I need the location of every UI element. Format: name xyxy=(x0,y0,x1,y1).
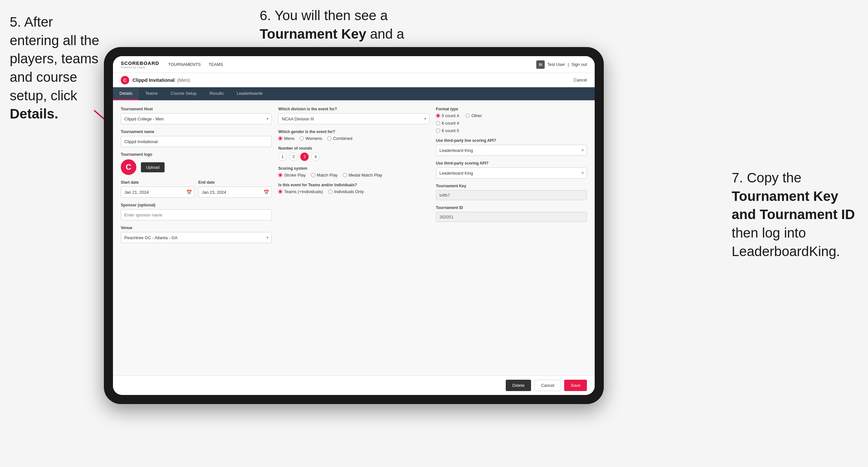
division-label: Which division is the event for? xyxy=(278,107,429,111)
gender-mens-radio[interactable] xyxy=(278,136,282,141)
venue-label: Venue xyxy=(121,225,272,230)
format-6count4[interactable]: 6 count 4 xyxy=(436,121,459,126)
format-group: Format type 5 count 4 Other xyxy=(436,107,587,133)
third-party1-group: Use third-party live scoring API? ✕ xyxy=(436,138,587,156)
gender-label: Which gender is the event for? xyxy=(278,129,429,134)
gender-combined-radio[interactable] xyxy=(327,136,332,141)
form-grid: Tournament Host Clippd College - Men Tou… xyxy=(121,107,587,248)
tournament-id-group: Tournament ID 302051 xyxy=(436,206,587,222)
scoring-radio-group: Stroke Play Match Play Medal Match Play xyxy=(278,173,429,178)
tab-teams[interactable]: Teams xyxy=(139,87,164,100)
sign-out-link[interactable]: Sign out xyxy=(571,62,587,67)
venue-select[interactable]: Peachtree GC - Atlanta - GA xyxy=(121,232,272,243)
third-party1-input[interactable] xyxy=(436,145,587,156)
round-btn-2[interactable]: 2 xyxy=(289,153,298,161)
team-label: Is this event for Teams and/or Individua… xyxy=(278,183,429,187)
tablet-frame: SCOREBOARD Powered by clippd TOURNAMENTS… xyxy=(104,47,604,404)
format-other-radio[interactable] xyxy=(465,114,470,118)
form-col-3: Format type 5 count 4 Other xyxy=(436,107,587,248)
round-btn-1[interactable]: 1 xyxy=(278,153,287,161)
sponsor-input[interactable] xyxy=(121,209,272,220)
division-select[interactable]: NCAA Division III xyxy=(278,113,429,124)
pipe: | xyxy=(568,62,569,67)
form-footer: Delete Cancel Save xyxy=(113,375,595,395)
scoring-stroke[interactable]: Stroke Play xyxy=(278,173,306,178)
upload-button[interactable]: Upload xyxy=(141,162,164,172)
scoring-stroke-radio[interactable] xyxy=(278,173,282,177)
round-btn-3[interactable]: 3 xyxy=(300,153,309,161)
start-date-icon: 📅 xyxy=(186,189,192,195)
tournament-key-label: Tournament Key xyxy=(436,184,587,188)
header-right: SI Test User | Sign out xyxy=(536,60,587,69)
save-button[interactable]: Save xyxy=(564,380,587,391)
tournament-name-label: Tournament name xyxy=(121,129,272,134)
tab-results[interactable]: Results xyxy=(203,87,230,100)
team-teams-radio[interactable] xyxy=(278,189,282,194)
tournament-name-input[interactable] xyxy=(121,136,272,147)
gender-mens[interactable]: Mens xyxy=(278,136,294,141)
gender-radio-group: Mens Womens Combined xyxy=(278,136,429,141)
format-6count4-radio[interactable] xyxy=(436,121,440,125)
main-content: Tournament Host Clippd College - Men Tou… xyxy=(113,100,595,375)
format-other[interactable]: Other xyxy=(465,113,482,118)
end-date-icon: 📅 xyxy=(264,189,269,195)
division-group: Which division is the event for? NCAA Di… xyxy=(278,107,429,124)
form-col-1: Tournament Host Clippd College - Men Tou… xyxy=(121,107,272,248)
sponsor-label: Sponsor (optional) xyxy=(121,203,272,207)
date-row: Start date 📅 End date 📅 xyxy=(121,180,272,198)
scoring-medal[interactable]: Medal Match Play xyxy=(343,173,382,178)
scoring-match[interactable]: Match Play xyxy=(311,173,338,178)
third-party1-clear[interactable]: ✕ xyxy=(581,148,584,153)
team-group: Is this event for Teams and/or Individua… xyxy=(278,183,429,194)
format-5count4[interactable]: 5 count 4 xyxy=(436,113,459,118)
logo-sub: Powered by clippd xyxy=(121,66,159,69)
tournament-bar: C Clippd Invitational (Men) Cancel xyxy=(113,73,595,87)
format-radio-group: 5 count 4 Other 6 count 4 xyxy=(436,113,587,133)
nav-teams[interactable]: TEAMS xyxy=(209,62,223,67)
end-date-input[interactable] xyxy=(198,187,272,198)
cancel-link[interactable]: Cancel xyxy=(574,77,587,83)
end-date-group: End date 📅 xyxy=(198,180,272,198)
start-date-wrap: 📅 xyxy=(121,187,194,198)
tournament-host-group: Tournament Host Clippd College - Men xyxy=(121,107,272,124)
team-individuals[interactable]: Individuals Only xyxy=(328,189,364,194)
cancel-button[interactable]: Cancel xyxy=(534,380,561,391)
delete-button[interactable]: Delete xyxy=(506,380,531,391)
gender-group: Which gender is the event for? Mens Wome… xyxy=(278,129,429,141)
round-btn-4[interactable]: 4 xyxy=(311,153,320,161)
logo-title: SCOREBOARD xyxy=(121,60,159,66)
tournament-key-group: Tournament Key b4fb7 xyxy=(436,184,587,200)
start-date-label: Start date xyxy=(121,180,194,185)
gender-womens[interactable]: Womens xyxy=(300,136,322,141)
tab-details[interactable]: Details xyxy=(113,87,139,100)
format-6count5[interactable]: 6 count 5 xyxy=(436,128,459,133)
start-date-input[interactable] xyxy=(121,187,194,198)
scoring-medal-radio[interactable] xyxy=(343,173,347,177)
tab-course-setup[interactable]: Course Setup xyxy=(164,87,203,100)
team-teams[interactable]: Teams (+Individuals) xyxy=(278,189,323,194)
tournament-name: Clippd Invitational (Men) xyxy=(132,77,190,83)
logo-upload-area: C Upload xyxy=(121,159,272,175)
tournament-id-value: 302051 xyxy=(436,212,587,222)
format-6count5-radio[interactable] xyxy=(436,128,440,133)
annotation-left: 5. After entering all the players, teams… xyxy=(10,13,101,123)
nav-tournaments[interactable]: TOURNAMENTS xyxy=(168,62,200,67)
tournament-logo-label: Tournament logo xyxy=(121,152,272,157)
tabs-bar: Details Teams Course Setup Results Leade… xyxy=(113,87,595,100)
format-5count4-radio[interactable] xyxy=(436,114,440,118)
third-party2-input[interactable] xyxy=(436,167,587,179)
scoring-match-radio[interactable] xyxy=(311,173,315,177)
tournament-host-select[interactable]: Clippd College - Men xyxy=(121,113,272,124)
tab-leaderboards[interactable]: Leaderboards xyxy=(230,87,269,100)
gender-combined[interactable]: Combined xyxy=(327,136,352,141)
start-date-group: Start date 📅 xyxy=(121,180,194,198)
venue-select-wrap: Peachtree GC - Atlanta - GA xyxy=(121,232,272,243)
gender-womens-radio[interactable] xyxy=(300,136,304,141)
tournament-host-select-wrap: Clippd College - Men xyxy=(121,113,272,124)
tournament-title-area: C Clippd Invitational (Men) xyxy=(121,76,190,84)
dates-group: Start date 📅 End date 📅 xyxy=(121,180,272,198)
tournament-name-group: Tournament name xyxy=(121,129,272,147)
rounds-label: Number of rounds xyxy=(278,146,429,151)
team-individuals-radio[interactable] xyxy=(328,189,332,194)
third-party2-clear[interactable]: ✕ xyxy=(581,171,584,175)
